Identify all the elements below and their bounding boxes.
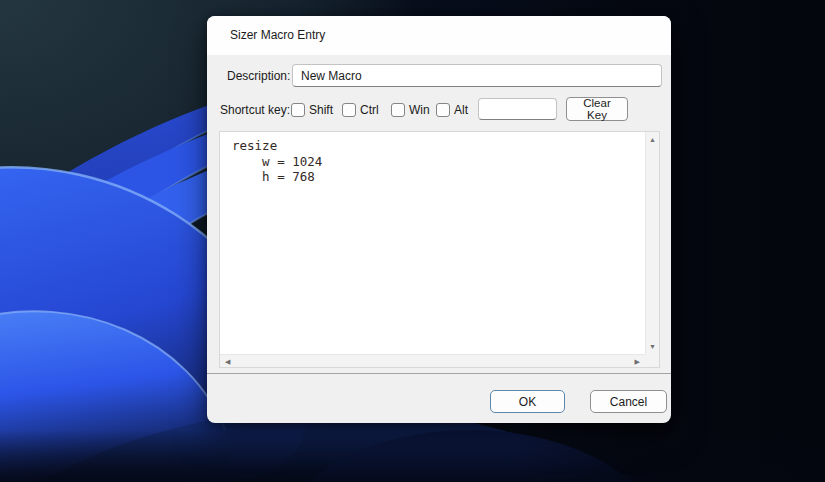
checkbox-win[interactable]: Win: [391, 103, 430, 117]
macro-editor[interactable]: resize w = 1024 h = 768 ▲ ▼ ◀ ▶: [219, 131, 660, 368]
checkbox-ctrl-label: Ctrl: [360, 103, 379, 117]
cancel-button[interactable]: Cancel: [590, 390, 667, 413]
button-area-divider: [207, 373, 671, 374]
shortcut-key-label: Shortcut key:: [220, 103, 290, 117]
macro-text[interactable]: resize w = 1024 h = 768: [220, 132, 645, 354]
scroll-right-icon[interactable]: ▶: [635, 358, 640, 365]
desktop: Sizer Macro Entry Description: Shortcut …: [0, 0, 825, 482]
scroll-left-icon[interactable]: ◀: [225, 358, 230, 365]
horizontal-scrollbar[interactable]: ◀ ▶: [220, 354, 645, 367]
checkbox-ctrl-box[interactable]: [342, 103, 356, 117]
scrollbar-corner: [645, 354, 659, 367]
checkbox-shift-box[interactable]: [291, 103, 305, 117]
shortcut-key-input[interactable]: [478, 98, 557, 120]
checkbox-ctrl[interactable]: Ctrl: [342, 103, 379, 117]
scroll-up-icon[interactable]: ▲: [649, 136, 656, 143]
description-label: Description:: [227, 69, 290, 83]
window-title: Sizer Macro Entry: [230, 16, 325, 55]
checkbox-shift[interactable]: Shift: [291, 103, 333, 117]
checkbox-alt[interactable]: Alt: [436, 103, 468, 117]
clear-key-button[interactable]: Clear Key: [566, 97, 628, 121]
checkbox-alt-box[interactable]: [436, 103, 450, 117]
scroll-down-icon[interactable]: ▼: [649, 343, 656, 350]
checkbox-shift-label: Shift: [309, 103, 333, 117]
ok-button[interactable]: OK: [490, 390, 565, 413]
vertical-scrollbar[interactable]: ▲ ▼: [645, 132, 659, 354]
sizer-macro-entry-dialog: Sizer Macro Entry Description: Shortcut …: [207, 16, 671, 423]
checkbox-win-box[interactable]: [391, 103, 405, 117]
checkbox-win-label: Win: [409, 103, 430, 117]
titlebar[interactable]: Sizer Macro Entry: [207, 16, 671, 55]
description-input[interactable]: [292, 64, 662, 87]
checkbox-alt-label: Alt: [454, 103, 468, 117]
